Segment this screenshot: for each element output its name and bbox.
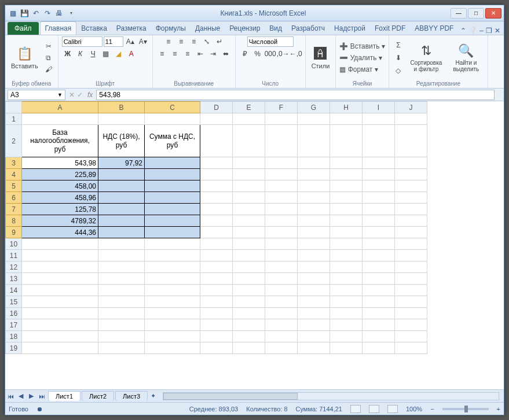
enter-icon[interactable]: ✓: [77, 91, 83, 99]
horizontal-scrollbar[interactable]: [163, 392, 499, 400]
cell-J17[interactable]: [395, 319, 427, 331]
cell-C4[interactable]: [145, 169, 200, 180]
cell-I17[interactable]: [362, 319, 395, 331]
qat-more-icon[interactable]: [65, 8, 76, 19]
cell-F6[interactable]: [265, 192, 298, 204]
cell-A16[interactable]: [22, 308, 98, 319]
cell-J3[interactable]: [395, 157, 427, 169]
cell-I8[interactable]: [362, 215, 395, 227]
cell-J13[interactable]: [395, 273, 427, 285]
view-normal-icon[interactable]: [350, 405, 361, 413]
cell-E19[interactable]: [233, 342, 265, 354]
cell-I10[interactable]: [362, 238, 395, 250]
cell-D12[interactable]: [200, 261, 233, 273]
cell-E10[interactable]: [233, 238, 265, 250]
cell[interactable]: [200, 113, 233, 125]
number-format-select[interactable]: [247, 36, 294, 47]
cell[interactable]: [22, 113, 98, 125]
delete-cells-button[interactable]: ➖ Удалить ▾: [339, 54, 385, 62]
undo-icon[interactable]: ↶: [31, 8, 41, 19]
cell-F11[interactable]: [265, 250, 298, 261]
cell-D13[interactable]: [200, 273, 233, 285]
cell-A9[interactable]: 444,36: [22, 227, 98, 238]
cell-F14[interactable]: [265, 285, 298, 296]
select-all-corner[interactable]: [6, 102, 22, 113]
cell-H14[interactable]: [330, 285, 362, 296]
cell[interactable]: [395, 125, 427, 157]
cell-G3[interactable]: [298, 157, 330, 169]
cell-J12[interactable]: [395, 261, 427, 273]
cell-I18[interactable]: [362, 331, 395, 342]
col-header-H[interactable]: H: [330, 102, 362, 113]
name-box-arrow-icon[interactable]: ▼: [57, 92, 63, 98]
autosum-icon[interactable]: Σ: [393, 40, 404, 50]
cell[interactable]: [330, 125, 362, 157]
sheet-nav-last-icon[interactable]: ⏭: [36, 391, 47, 401]
cell-C13[interactable]: [145, 273, 200, 285]
cell-A10[interactable]: [22, 238, 98, 250]
cell-I4[interactable]: [362, 169, 395, 180]
fill-icon[interactable]: ⬇: [393, 53, 404, 63]
row-header-18[interactable]: 18: [6, 331, 22, 342]
cell-H17[interactable]: [330, 319, 362, 331]
col-header-E[interactable]: E: [233, 102, 265, 113]
cell-B19[interactable]: [98, 342, 145, 354]
cell-G17[interactable]: [298, 319, 330, 331]
cell-E9[interactable]: [233, 227, 265, 238]
cell-D16[interactable]: [200, 308, 233, 319]
cell-F13[interactable]: [265, 273, 298, 285]
cell-D9[interactable]: [200, 227, 233, 238]
cell-A7[interactable]: 125,78: [22, 204, 98, 215]
row-header-14[interactable]: 14: [6, 285, 22, 296]
cell-H11[interactable]: [330, 250, 362, 261]
styles-button[interactable]: 🅰 Стили: [309, 45, 332, 71]
row-header-3[interactable]: 3: [6, 157, 22, 169]
close-button[interactable]: ✕: [485, 8, 501, 19]
sheet-tab-1[interactable]: Лист1: [48, 391, 80, 401]
grow-font-icon[interactable]: A▴: [124, 36, 136, 47]
bold-icon[interactable]: Ж: [62, 49, 74, 59]
cell-G5[interactable]: [298, 180, 330, 192]
cell-F15[interactable]: [265, 296, 298, 308]
file-tab[interactable]: Файл: [8, 22, 39, 35]
format-cells-button[interactable]: ▦ Формат ▾: [339, 65, 385, 73]
cell-I9[interactable]: [362, 227, 395, 238]
zoom-in-icon[interactable]: +: [497, 406, 500, 412]
col-header-I[interactable]: I: [362, 102, 395, 113]
cell-G13[interactable]: [298, 273, 330, 285]
cell-G16[interactable]: [298, 308, 330, 319]
help-icon[interactable]: ❔: [468, 27, 477, 35]
cell-C18[interactable]: [145, 331, 200, 342]
view-pagebreak-icon[interactable]: [387, 405, 398, 413]
cell-F12[interactable]: [265, 261, 298, 273]
tab-data[interactable]: Данные: [191, 22, 225, 35]
cell-D4[interactable]: [200, 169, 233, 180]
cell-F3[interactable]: [265, 157, 298, 169]
cell-B10[interactable]: [98, 238, 145, 250]
cell-B5[interactable]: [98, 180, 145, 192]
cell-D11[interactable]: [200, 250, 233, 261]
cell-F5[interactable]: [265, 180, 298, 192]
cell-B13[interactable]: [98, 273, 145, 285]
cell[interactable]: [145, 113, 200, 125]
cell-E13[interactable]: [233, 273, 265, 285]
cell-C9[interactable]: [145, 227, 200, 238]
cell-B3[interactable]: 97,92: [98, 157, 145, 169]
cell-H7[interactable]: [330, 204, 362, 215]
cell-D8[interactable]: [200, 215, 233, 227]
clear-icon[interactable]: ◇: [393, 65, 404, 76]
cell-A14[interactable]: [22, 285, 98, 296]
macro-record-icon[interactable]: ⏺: [36, 406, 43, 412]
cell-E15[interactable]: [233, 296, 265, 308]
cell-F16[interactable]: [265, 308, 298, 319]
cell-G14[interactable]: [298, 285, 330, 296]
cut-icon[interactable]: ✂: [43, 41, 54, 51]
cell-B7[interactable]: [98, 204, 145, 215]
cell[interactable]: [298, 113, 330, 125]
cell-E16[interactable]: [233, 308, 265, 319]
col-header-J[interactable]: J: [395, 102, 427, 113]
tab-developer[interactable]: Разработч: [287, 22, 329, 35]
row-header-19[interactable]: 19: [6, 342, 22, 354]
cell-J4[interactable]: [395, 169, 427, 180]
cell-B6[interactable]: [98, 192, 145, 204]
